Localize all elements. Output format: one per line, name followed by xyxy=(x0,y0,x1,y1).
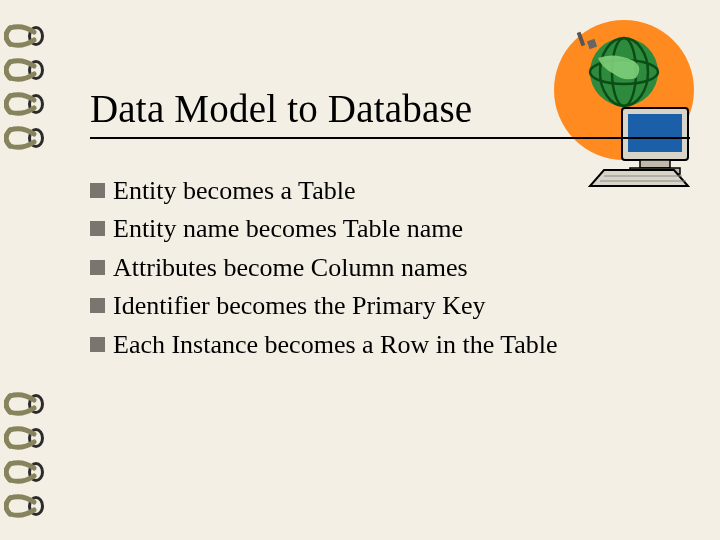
list-item: Entity becomes a Table xyxy=(90,173,690,209)
bullet-text: Entity becomes a Table xyxy=(113,173,355,209)
slide-content: Data Model to Database Entity becomes a … xyxy=(90,86,690,365)
bullet-icon xyxy=(90,298,105,313)
slide-title: Data Model to Database xyxy=(90,86,690,139)
list-item: Identifier becomes the Primary Key xyxy=(90,288,690,324)
spiral-binding xyxy=(0,0,60,540)
bullet-list: Entity becomes a Table Entity name becom… xyxy=(90,173,690,363)
list-item: Entity name becomes Table name xyxy=(90,211,690,247)
bullet-icon xyxy=(90,221,105,236)
list-item: Each Instance becomes a Row in the Table xyxy=(90,327,690,363)
bullet-icon xyxy=(90,183,105,198)
bullet-text: Entity name becomes Table name xyxy=(113,211,463,247)
list-item: Attributes become Column names xyxy=(90,250,690,286)
bullet-text: Attributes become Column names xyxy=(113,250,468,286)
bullet-icon xyxy=(90,337,105,352)
bullet-text: Each Instance becomes a Row in the Table xyxy=(113,327,558,363)
bullet-text: Identifier becomes the Primary Key xyxy=(113,288,486,324)
bullet-icon xyxy=(90,260,105,275)
